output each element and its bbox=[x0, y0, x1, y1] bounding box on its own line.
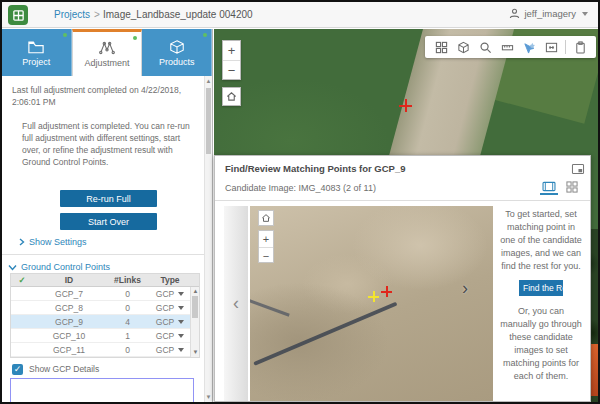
show-settings-label: Show Settings bbox=[29, 236, 87, 248]
gcp-point-red-cross[interactable] bbox=[381, 286, 392, 297]
col-header-links[interactable]: #Links bbox=[105, 274, 150, 286]
instructions-secondary: Or, you can manually go through these ca… bbox=[499, 305, 583, 383]
cell-id: GCP_7 bbox=[33, 288, 105, 300]
measure-icon[interactable] bbox=[496, 36, 518, 58]
cube-icon bbox=[168, 39, 186, 55]
gcp-section-label: Ground Control Points bbox=[21, 261, 110, 273]
tab-bar: Project Adjustment Products bbox=[2, 29, 212, 76]
previous-image-button[interactable]: ‹ bbox=[224, 206, 248, 401]
user-chevron-icon bbox=[582, 12, 588, 16]
gcp-select-icon[interactable] bbox=[518, 36, 540, 58]
table-row-gcp10[interactable]: GCP_10 1 GCP bbox=[11, 329, 199, 343]
scroll-down-icon[interactable]: ▼ bbox=[205, 394, 212, 400]
map-zoom-control: + − bbox=[222, 40, 241, 80]
chevron-left-icon: ‹ bbox=[233, 293, 239, 314]
grid-view-icon[interactable] bbox=[563, 179, 581, 195]
next-image-button[interactable]: › bbox=[462, 278, 468, 299]
folder-icon bbox=[27, 39, 45, 55]
col-header-type[interactable]: Type bbox=[150, 274, 190, 286]
cell-type: GCP bbox=[156, 288, 174, 300]
type-dropdown-icon[interactable] bbox=[178, 348, 184, 352]
cell-id: GCP_9 bbox=[33, 316, 105, 328]
user-name: jeff_imagery bbox=[524, 8, 576, 19]
divider bbox=[2, 254, 204, 255]
table-scrollbar[interactable]: ▲ ▼ bbox=[190, 287, 199, 357]
find-the-rest-button[interactable]: Find the Rest bbox=[519, 280, 563, 296]
gcp-section-toggle[interactable]: Ground Control Points bbox=[8, 261, 110, 273]
cell-id: GCP_11 bbox=[33, 344, 105, 356]
adjustment-panel: Project Adjustment Products bbox=[2, 29, 213, 402]
table-row-gcp9-selected[interactable]: GCP_9 4 GCP bbox=[11, 315, 199, 329]
single-view-icon[interactable] bbox=[540, 179, 558, 195]
rerun-full-button[interactable]: Re-run Full bbox=[60, 190, 157, 207]
matching-point-yellow-cross[interactable] bbox=[368, 291, 379, 302]
start-over-button[interactable]: Start Over bbox=[60, 213, 157, 230]
checkbox-checked-icon[interactable]: ✓ bbox=[12, 364, 23, 375]
gcp-photo-box bbox=[10, 378, 194, 404]
scrollbar-thumb[interactable] bbox=[206, 88, 211, 154]
app-logo-icon[interactable] bbox=[8, 5, 28, 25]
cell-links: 0 bbox=[105, 302, 150, 314]
project-title: Image_Landbase_update 004200 bbox=[103, 9, 253, 20]
home-icon bbox=[261, 213, 271, 223]
popout-window-icon[interactable] bbox=[571, 161, 585, 179]
clipboard-icon[interactable] bbox=[569, 36, 591, 58]
type-dropdown-icon[interactable] bbox=[178, 292, 184, 296]
zoom-out-button[interactable]: − bbox=[223, 61, 240, 80]
tab-products-label: Products bbox=[159, 57, 195, 67]
candidate-image-label: Candidate Image: IMG_4083 (2 of 11) bbox=[225, 183, 376, 193]
basemap-icon[interactable] bbox=[452, 36, 474, 58]
cell-links: 4 bbox=[105, 316, 150, 328]
tab-products[interactable]: Products bbox=[142, 29, 212, 76]
show-gcp-details-checkbox[interactable]: ✓ Show GCP Details bbox=[12, 363, 99, 375]
home-extent-button[interactable] bbox=[222, 87, 241, 106]
image-zoom-out-button[interactable]: − bbox=[259, 248, 273, 264]
table-row-gcp8[interactable]: GCP_8 0 GCP bbox=[11, 301, 199, 315]
apps-icon[interactable] bbox=[430, 36, 452, 58]
scrollbar-thumb[interactable] bbox=[192, 296, 198, 318]
scroll-down-icon[interactable]: ▼ bbox=[192, 349, 199, 356]
scroll-up-icon[interactable]: ▲ bbox=[192, 288, 199, 295]
cell-type: GCP bbox=[156, 344, 174, 356]
search-icon[interactable] bbox=[474, 36, 496, 58]
image-home-button[interactable] bbox=[258, 210, 274, 226]
panel-scrollbar[interactable]: ▲ ▼ bbox=[204, 76, 212, 402]
person-icon bbox=[509, 8, 520, 19]
show-gcp-details-label: Show GCP Details bbox=[29, 363, 99, 375]
table-row-gcp7[interactable]: GCP_7 0 GCP bbox=[11, 287, 199, 301]
breadcrumb-projects-link[interactable]: Projects bbox=[54, 9, 90, 20]
top-bar: Projects > Image_Landbase_update 004200 … bbox=[2, 2, 598, 28]
type-dropdown-icon[interactable] bbox=[178, 306, 184, 310]
tab-project[interactable]: Project bbox=[2, 29, 72, 76]
gcp-table: ✓ ID #Links Type GCP_7 0 GCP GCP_8 0 GCP… bbox=[10, 273, 200, 358]
cell-type: GCP bbox=[156, 330, 174, 342]
cell-id: GCP_10 bbox=[33, 330, 105, 342]
image-zoom-in-button[interactable]: + bbox=[259, 231, 273, 247]
zoom-in-button[interactable]: + bbox=[223, 41, 240, 60]
type-dropdown-icon[interactable] bbox=[178, 320, 184, 324]
candidate-image[interactable]: + − bbox=[250, 206, 493, 401]
type-dropdown-icon[interactable] bbox=[178, 334, 184, 338]
user-menu[interactable]: jeff_imagery bbox=[509, 8, 588, 19]
image-zoom-control: + − bbox=[258, 230, 274, 263]
chevron-right-icon bbox=[18, 238, 25, 246]
divider bbox=[215, 200, 590, 201]
tab-adjustment[interactable]: Adjustment bbox=[72, 29, 143, 76]
tab-project-label: Project bbox=[22, 57, 50, 67]
show-settings-toggle[interactable]: Show Settings bbox=[18, 236, 87, 248]
scroll-up-icon[interactable]: ▲ bbox=[205, 78, 212, 84]
chevron-down-icon bbox=[8, 264, 17, 271]
cell-links: 1 bbox=[105, 330, 150, 342]
adjustment-icon bbox=[98, 40, 116, 56]
toolbar-divider bbox=[565, 40, 566, 54]
col-header-id[interactable]: ID bbox=[33, 274, 105, 286]
breadcrumb-separator: > bbox=[94, 9, 100, 20]
home-icon bbox=[226, 91, 237, 102]
cell-type: GCP bbox=[156, 316, 174, 328]
cell-links: 0 bbox=[105, 288, 150, 300]
table-row-gcp11[interactable]: GCP_11 0 GCP bbox=[11, 343, 199, 357]
app-window: Projects > Image_Landbase_update 004200 … bbox=[0, 0, 600, 404]
adjustment-description: Full adjustment is completed. You can re… bbox=[22, 120, 200, 168]
gcp-marker-red-cross[interactable] bbox=[399, 99, 412, 112]
extent-icon[interactable] bbox=[540, 36, 562, 58]
